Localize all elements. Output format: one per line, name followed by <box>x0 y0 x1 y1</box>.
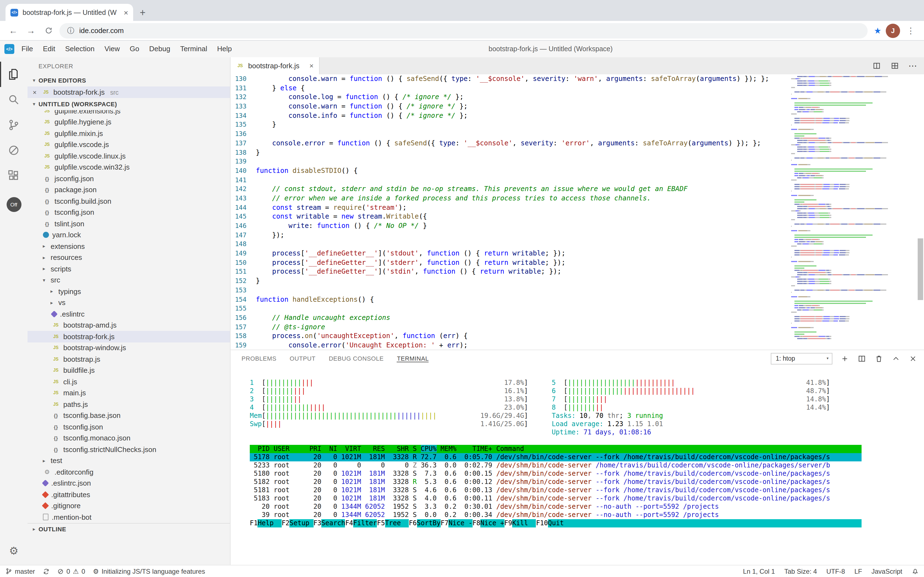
file-tree-item[interactable]: JScli.js <box>27 376 230 387</box>
fkey-search[interactable]: Search <box>321 519 345 527</box>
htop-process-row[interactable]: 5183 root 20 0 1021M 181M 3328 S 4.0 0.6… <box>250 495 861 503</box>
editor-layout-icon[interactable] <box>890 61 900 71</box>
htop-process-row[interactable]: 5181 root 20 0 1021M 181M 3328 S 4.6 0.6… <box>250 486 861 495</box>
maximize-panel-icon[interactable] <box>891 353 901 363</box>
terminal-picker[interactable]: 1: htop ▾ <box>771 353 832 364</box>
new-tab-button[interactable]: + <box>140 8 146 18</box>
file-tree-item[interactable]: JSbootstrap-fork.js <box>27 331 230 342</box>
tab-close-icon[interactable]: × <box>124 8 128 16</box>
file-tree-item[interactable]: ▸test <box>27 455 230 466</box>
more-actions-icon[interactable]: ⋯ <box>908 61 918 71</box>
file-tree-item[interactable]: {}tsconfig.build.json <box>27 195 230 207</box>
encoding-indicator[interactable]: UTF-8 <box>826 567 845 575</box>
fkey-help[interactable]: Help <box>258 519 282 527</box>
tab-size-indicator[interactable]: Tab Size: 4 <box>784 567 817 575</box>
file-tree-item[interactable]: .mention-bot <box>27 511 230 523</box>
menu-help[interactable]: Help <box>212 45 237 53</box>
explorer-icon[interactable] <box>0 62 27 87</box>
file-tree-item[interactable]: .eslintrc <box>27 308 230 320</box>
file-tree-item[interactable]: yarn.lock <box>27 229 230 240</box>
language-mode[interactable]: JavaScript <box>871 567 902 575</box>
notifications-bell-icon[interactable] <box>912 567 919 575</box>
htop-process-row[interactable]: 5233 root 20 0 0 0 0 Z 36.3 0.0 0:02.79 … <box>250 461 861 470</box>
file-tree-item[interactable]: ▸scripts <box>27 263 230 274</box>
extensions-icon[interactable] <box>0 163 27 188</box>
eol-indicator[interactable]: LF <box>854 567 862 575</box>
panel-tab-terminal[interactable]: TERMINAL <box>397 355 429 362</box>
fkey-setup[interactable]: Setup <box>290 519 313 527</box>
search-icon[interactable] <box>0 87 27 112</box>
file-tree-item[interactable]: {}tsconfig.json <box>27 207 230 218</box>
workspace-header[interactable]: ▾ UNTITLED (WORKSPACE) <box>27 98 230 110</box>
settings-gear-icon[interactable]: ⚙ <box>9 545 18 557</box>
close-icon[interactable]: × <box>31 89 39 96</box>
htop-process-row[interactable]: 39 root 20 0 1344M 62052 1952 S 0.0 0.2 … <box>250 511 861 519</box>
file-tree-item[interactable]: JSbootstrap.js <box>27 353 230 365</box>
code-editor[interactable]: 130 console.warn = function () { safeSen… <box>230 74 791 350</box>
file-tree-item[interactable]: JSbuildfile.js <box>27 365 230 376</box>
profile-avatar[interactable]: J <box>886 23 900 38</box>
menu-selection[interactable]: Selection <box>60 45 100 53</box>
editor-scrollbar[interactable] <box>917 74 924 350</box>
reload-icon[interactable] <box>42 24 55 37</box>
menu-debug[interactable]: Debug <box>144 45 175 53</box>
editor-tab[interactable]: JS bootstrap-fork.js × <box>230 57 320 74</box>
bookmark-star-icon[interactable]: ★ <box>874 26 881 35</box>
file-tree-item[interactable]: JSgulpfile.hygiene.js <box>27 116 230 128</box>
split-editor-icon[interactable] <box>871 61 881 71</box>
htop-process-row[interactable]: 5178 root 20 0 1021M 181M 3328 R 72.7 0.… <box>250 453 861 461</box>
file-tree-item[interactable]: ⚙.editorconfig <box>27 466 230 478</box>
file-tree-item[interactable]: {}tsconfig.base.json <box>27 410 230 421</box>
file-tree-item[interactable]: JSgulpfile.vscode.js <box>27 139 230 150</box>
back-icon[interactable]: ← <box>6 24 20 37</box>
kill-terminal-icon[interactable] <box>874 353 884 363</box>
fkey-nice--[interactable]: Nice - <box>449 519 472 527</box>
branch-indicator[interactable]: master <box>5 567 35 575</box>
file-tree-item[interactable]: ▾src <box>27 274 230 286</box>
file-tree-item[interactable]: {}jsconfig.json <box>27 173 230 184</box>
file-tree-item[interactable]: JSgulpfile.vscode.linux.js <box>27 150 230 161</box>
menu-view[interactable]: View <box>100 45 125 53</box>
file-tree-item[interactable]: {}package.json <box>27 184 230 195</box>
file-tree-item[interactable]: JSgulpfile.extensions.js <box>27 110 230 116</box>
htop-process-row[interactable]: 5180 root 20 0 1021M 181M 3328 S 7.3 0.6… <box>250 470 861 478</box>
open-editor-item[interactable]: × JS bootstrap-fork.js src <box>27 87 230 98</box>
htop-process-row[interactable]: 5182 root 20 0 1021M 181M 3328 R 5.3 0.6… <box>250 478 861 486</box>
fkey-filter[interactable]: Filter <box>353 519 377 527</box>
panel-tab-debug-console[interactable]: DEBUG CONSOLE <box>329 355 384 361</box>
problems-indicator[interactable]: 0 ⚠ 0 <box>57 567 85 575</box>
source-control-icon[interactable] <box>0 112 27 138</box>
file-tree-item[interactable]: JSgulpfile.mixin.js <box>27 128 230 139</box>
file-tree-item[interactable]: JSpaths.js <box>27 399 230 410</box>
open-editors-header[interactable]: ▾ OPEN EDITORS <box>27 74 230 87</box>
htop-table-header[interactable]: PID USER PRI NI VIRT RES SHR S CPU% MEM%… <box>250 445 861 453</box>
fkey-sortby[interactable]: SortBy <box>417 519 441 527</box>
sync-icon[interactable] <box>43 568 49 575</box>
site-info-icon[interactable]: ⓘ <box>67 26 74 35</box>
menu-edit[interactable]: Edit <box>38 45 60 53</box>
forward-icon[interactable]: → <box>24 24 37 37</box>
file-tree-item[interactable]: ▸resources <box>27 252 230 263</box>
fkey-tree[interactable]: Tree <box>385 519 409 527</box>
terminal[interactable]: 1 [|||||||||||| 17.8%]2 [|||||||||| 16.1… <box>230 367 924 565</box>
file-tree-item[interactable]: ▸extensions <box>27 240 230 252</box>
cursor-position[interactable]: Ln 1, Col 1 <box>743 567 775 575</box>
file-tree-item[interactable]: {}tsconfig.strictNullChecks.json <box>27 444 230 455</box>
menu-terminal[interactable]: Terminal <box>175 45 212 53</box>
close-panel-icon[interactable] <box>908 353 918 363</box>
new-terminal-icon[interactable] <box>840 353 850 363</box>
fkey-nice-+[interactable]: Nice + <box>480 519 504 527</box>
scrollbar-thumb[interactable] <box>918 239 923 300</box>
file-tree-item[interactable]: JSmain.js <box>27 387 230 399</box>
file-tree-item[interactable]: ▸typings <box>27 286 230 297</box>
editor-tab-close-icon[interactable]: × <box>310 62 313 70</box>
file-tree-item[interactable]: {}tsconfig.json <box>27 421 230 432</box>
file-tree-item[interactable]: JSbootstrap-amd.js <box>27 320 230 331</box>
minimap[interactable] <box>791 74 917 350</box>
file-tree-item[interactable]: {}tslint.json <box>27 218 230 229</box>
browser-tab[interactable]: </> bootstrap-fork.js — Untitled (W × <box>5 4 133 21</box>
split-terminal-icon[interactable] <box>857 353 866 363</box>
file-tree-item[interactable]: .eslintrc.json <box>27 478 230 489</box>
file-tree-item[interactable]: JSgulpfile.vscode.win32.js <box>27 161 230 173</box>
file-tree-item[interactable]: JSbootstrap-window.js <box>27 342 230 353</box>
